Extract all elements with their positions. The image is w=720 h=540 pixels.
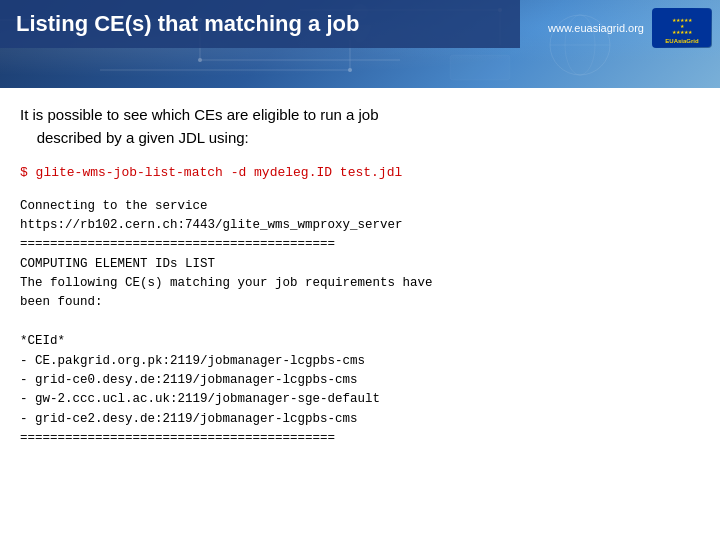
ceid-label: *CEId* [20, 332, 700, 351]
output-block: Connecting to the service https://rb102.… [20, 197, 700, 449]
command-prefix: $ [20, 165, 36, 180]
svg-rect-15 [450, 55, 510, 80]
bullet-item-3: - gw-2.ccc.ucl.ac.uk:2119/jobmanager-sge… [20, 390, 700, 409]
title-bar: Listing CE(s) that matching a job [0, 0, 520, 48]
page-title: Listing CE(s) that matching a job [16, 11, 359, 37]
computing-line: COMPUTING ELEMENT IDs LIST [20, 255, 700, 274]
logo-area: www.euasiagrid.org ★★★★★ ★ ★★★★★ EUAsiaG… [548, 8, 712, 48]
website-url: www.euasiagrid.org [548, 22, 644, 34]
separator-bottom: ========================================… [20, 429, 700, 448]
intro-paragraph: It is possible to see which CEs are elig… [20, 104, 700, 149]
command-block: $ glite-wms-job-list-match -d mydeleg.ID… [20, 163, 700, 183]
bullet-item-4: - grid-ce2.desy.de:2119/jobmanager-lcgpb… [20, 410, 700, 429]
eu-logo-svg: ★★★★★ ★ ★★★★★ EUAsiaGrid [653, 9, 711, 47]
connecting-line2: https://rb102.cern.ch:7443/glite_wms_wmp… [20, 216, 700, 235]
svg-text:EUAsiaGrid: EUAsiaGrid [665, 38, 699, 44]
svg-text:★★★★★: ★★★★★ [672, 29, 693, 35]
connecting-line1: Connecting to the service [20, 197, 700, 216]
bullet-item-1: - CE.pakgrid.org.pk:2119/jobmanager-lcgp… [20, 352, 700, 371]
command-text: glite-wms-job-list-match -d mydeleg.ID t… [36, 165, 403, 180]
intro-line2: described by a given JDL using: [37, 129, 249, 146]
following-line: The following CE(s) matching your job re… [20, 274, 700, 293]
main-content: It is possible to see which CEs are elig… [0, 88, 720, 540]
bullet-item-2: - grid-ce0.desy.de:2119/jobmanager-lcgpb… [20, 371, 700, 390]
separator-top: ========================================… [20, 235, 700, 254]
found-line: been found: [20, 293, 700, 312]
svg-point-4 [198, 58, 202, 62]
intro-line1: It is possible to see which CEs are elig… [20, 106, 379, 123]
blank-line [20, 313, 700, 332]
eu-logo: ★★★★★ ★ ★★★★★ EUAsiaGrid [652, 8, 712, 48]
